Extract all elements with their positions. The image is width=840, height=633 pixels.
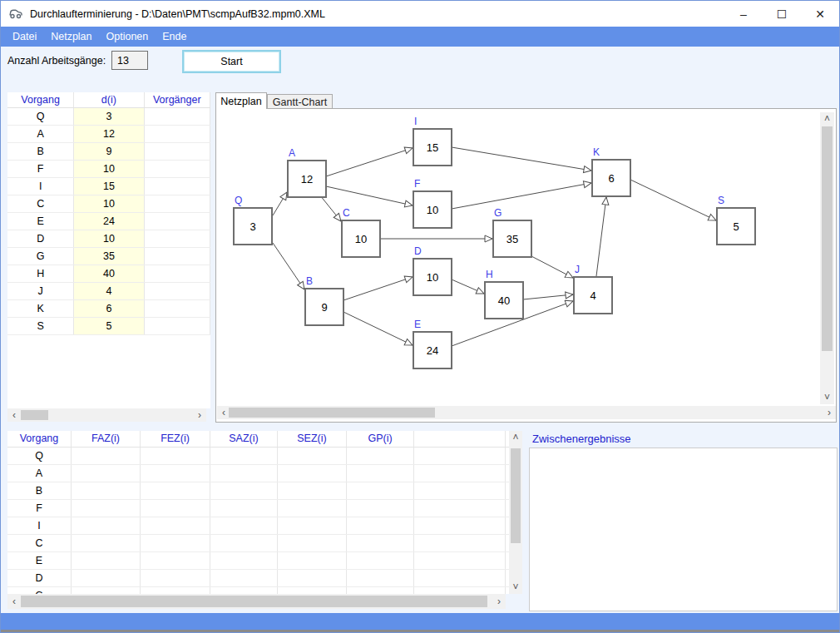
table-cell[interactable]: G [7, 587, 72, 594]
table-cell[interactable] [278, 517, 347, 534]
table-cell[interactable] [347, 570, 414, 586]
table-cell[interactable]: B [7, 143, 74, 160]
table-cell[interactable] [414, 587, 506, 594]
table-cell[interactable]: H [7, 265, 74, 282]
table-cell[interactable]: 15 [74, 178, 144, 195]
close-icon[interactable]: ✕ [801, 1, 839, 27]
table-cell[interactable] [141, 482, 210, 499]
diagram-hscrollbar[interactable]: ‹ › [217, 406, 836, 419]
table-cell[interactable]: A [7, 126, 74, 142]
table-cell[interactable] [278, 482, 347, 499]
table-cell[interactable]: D [7, 230, 74, 247]
table-cell[interactable] [347, 482, 414, 499]
hscroll-thumb[interactable] [229, 408, 435, 418]
table-cell[interactable] [210, 448, 278, 464]
table-cell[interactable]: 24 [74, 213, 144, 230]
column-header[interactable]: SAZ(i) [210, 431, 278, 447]
table-cell[interactable]: 35 [74, 248, 144, 265]
menu-item-optionen[interactable]: Optionen [106, 31, 149, 42]
table-cell[interactable] [347, 448, 414, 464]
column-header[interactable] [414, 431, 506, 447]
schedule-hscrollbar[interactable]: ‹ › [7, 594, 506, 609]
tab-gantt-chart[interactable]: Gantt-Chart [267, 94, 333, 109]
table-cell[interactable] [145, 300, 210, 317]
table-cell[interactable] [278, 500, 347, 517]
table-cell[interactable] [414, 448, 506, 464]
table-cell[interactable] [72, 465, 141, 482]
table-cell[interactable] [278, 587, 347, 594]
table-cell[interactable]: Q [7, 448, 72, 464]
table-cell[interactable] [145, 195, 210, 212]
vscroll-thumb[interactable] [822, 126, 833, 351]
column-header[interactable]: SEZ(i) [278, 431, 347, 447]
schedule-vscrollbar[interactable]: ˄ ˅ [509, 431, 522, 594]
table-cell[interactable] [72, 587, 141, 594]
table-cell[interactable]: 10 [74, 195, 144, 212]
activity-table-hscrollbar[interactable]: ‹ › [7, 408, 206, 422]
count-input[interactable] [111, 51, 148, 70]
table-cell[interactable] [347, 535, 414, 551]
table-cell[interactable] [210, 500, 278, 517]
table-cell[interactable]: Q [7, 108, 74, 125]
column-header[interactable]: GP(i) [347, 431, 414, 447]
table-cell[interactable] [347, 587, 414, 594]
network-node-J[interactable]: J4 [574, 264, 612, 314]
table-cell[interactable] [278, 570, 347, 586]
table-cell[interactable]: C [7, 535, 72, 551]
table-cell[interactable]: 10 [74, 230, 144, 247]
network-node-H[interactable]: H40 [485, 269, 523, 319]
menu-item-ende[interactable]: Ende [162, 31, 186, 42]
table-cell[interactable] [347, 552, 414, 569]
table-cell[interactable] [141, 517, 210, 534]
table-cell[interactable] [141, 448, 210, 464]
column-header[interactable]: Vorgang [7, 92, 74, 107]
table-cell[interactable] [145, 248, 210, 265]
chevron-down-icon[interactable]: ˅ [509, 581, 522, 594]
table-cell[interactable] [414, 552, 506, 569]
network-node-D[interactable]: D10 [413, 245, 452, 295]
column-header[interactable]: FAZ(i) [72, 431, 141, 447]
results-panel[interactable] [529, 448, 838, 611]
table-cell[interactable] [145, 143, 210, 160]
table-cell[interactable] [414, 500, 506, 517]
table-cell[interactable] [72, 500, 141, 517]
table-cell[interactable] [210, 465, 278, 482]
diagram-vscrollbar[interactable]: ˄ ˅ [820, 112, 834, 404]
table-cell[interactable]: 12 [74, 126, 144, 142]
table-cell[interactable] [72, 535, 141, 551]
chevron-right-icon[interactable]: › [823, 406, 836, 419]
table-cell[interactable] [141, 587, 210, 594]
table-cell[interactable]: G [7, 248, 74, 265]
table-cell[interactable] [72, 552, 141, 569]
table-cell[interactable] [145, 161, 210, 177]
table-cell[interactable]: D [7, 570, 72, 586]
table-cell[interactable]: F [7, 161, 74, 177]
table-cell[interactable]: 5 [74, 318, 144, 334]
network-node-F[interactable]: F10 [413, 178, 452, 228]
network-node-C[interactable]: C10 [342, 207, 380, 257]
table-cell[interactable]: B [7, 482, 72, 499]
table-cell[interactable] [210, 535, 278, 551]
table-cell[interactable] [72, 482, 141, 499]
chevron-left-icon[interactable]: ‹ [7, 408, 21, 422]
table-cell[interactable]: C [7, 195, 74, 212]
table-cell[interactable]: 6 [74, 300, 144, 317]
network-node-E[interactable]: E24 [413, 319, 452, 368]
table-cell[interactable] [72, 448, 141, 464]
table-cell[interactable] [278, 552, 347, 569]
chevron-right-icon[interactable]: › [492, 595, 506, 608]
column-header[interactable]: Vorgang [7, 431, 72, 447]
network-node-S[interactable]: S5 [717, 195, 755, 245]
network-node-I[interactable]: I15 [413, 116, 452, 166]
table-cell[interactable]: 9 [74, 143, 144, 160]
chevron-right-icon[interactable]: › [193, 408, 206, 422]
table-cell[interactable] [414, 517, 506, 534]
table-cell[interactable] [145, 230, 210, 247]
table-cell[interactable] [141, 500, 210, 517]
table-cell[interactable]: J [7, 283, 74, 299]
table-cell[interactable]: S [7, 318, 74, 334]
network-node-G[interactable]: G35 [493, 207, 531, 257]
table-cell[interactable] [210, 570, 278, 586]
table-cell[interactable]: 40 [74, 265, 144, 282]
network-node-Q[interactable]: Q3 [234, 195, 272, 245]
